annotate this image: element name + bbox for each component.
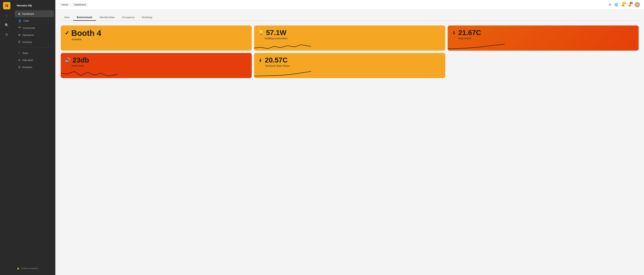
topbar: Home › Dashboard ⚙ 🌐 🔔 21 🔔 1 U	[55, 0, 644, 9]
tab-occupancy[interactable]: Occupancy	[118, 14, 138, 21]
sidebar-item-label: Operations	[22, 34, 34, 36]
sidebar-item-dashboard[interactable]: ⊞ Dashboard	[15, 10, 54, 17]
operations-icon: ⚙	[18, 33, 20, 36]
enquiries-icon: ☰	[18, 65, 20, 69]
sidebar-item-helpdesk[interactable]: ⊙ Help-desk	[15, 57, 54, 63]
sidebar-item-enquiries[interactable]: ☰ Enquiries	[15, 64, 54, 70]
sidebar-bottom: 🔒 Undock navigation	[14, 264, 55, 273]
card-temp-tech[interactable]: 🌡 20.57C Technical Team Room	[254, 53, 445, 78]
thermometer-icon: 🌡	[452, 30, 456, 35]
sidebar: Nexudus HQ ⊞ Dashboard 👤 CRM ❝❞ Communit…	[14, 0, 55, 275]
power-label: Building consumtion	[265, 37, 441, 40]
tab-memberships[interactable]: Memberships	[96, 14, 118, 21]
sidebar-item-label: Community	[23, 27, 35, 29]
card-noise[interactable]: 🔊 23db Noise level	[61, 53, 252, 78]
settings-icon[interactable]: ⚙	[4, 31, 10, 37]
lock-icon: 🔒	[17, 267, 20, 270]
noise-label: Noise level	[72, 64, 248, 67]
card-temp-tech-top: 🌡 20.57C	[258, 57, 441, 64]
noise-chart	[61, 68, 118, 78]
temp-main-label: Main Room	[458, 37, 634, 40]
breadcrumb: Home › Dashboard	[59, 3, 609, 7]
sidebar-title: Nexudus HQ	[14, 2, 55, 10]
speaker-icon: 🔊	[65, 57, 70, 63]
card-power[interactable]: 💡 57.1W Building consumtion	[254, 25, 445, 51]
breadcrumb-sep: ›	[70, 3, 72, 6]
tab-now[interactable]: Now	[61, 14, 73, 21]
temp-tech-chart	[254, 68, 311, 78]
temp-main-chart	[448, 40, 505, 51]
noise-value: 23db	[72, 57, 89, 64]
notifications-badge: 21	[622, 2, 626, 4]
temp-tech-value: 20.57C	[265, 57, 288, 64]
power-chart	[254, 40, 311, 51]
settings-topbar-icon[interactable]: ⚙	[609, 3, 612, 6]
main-area: Home › Dashboard ⚙ 🌐 🔔 21 🔔 1 U Now Envi…	[55, 0, 644, 275]
dashboard-icon: ⊞	[18, 12, 20, 15]
tab-bar: Now Environment Memberships Occupancy Bo…	[61, 14, 639, 21]
tasks-icon: ✓	[18, 51, 20, 55]
tab-environment[interactable]: Environment	[73, 14, 96, 21]
sidebar-item-inventory[interactable]: ☰ Inventory	[15, 38, 54, 45]
bulb-icon: 💡	[258, 30, 264, 35]
sidebar-item-community[interactable]: ❝❞ Community	[15, 24, 54, 31]
thermometer2-icon: 🌡	[258, 57, 263, 63]
globe-icon[interactable]: 🌐	[614, 3, 618, 6]
inventory-icon: ☰	[18, 40, 20, 43]
sidebar-item-operations[interactable]: ⚙ Operations	[15, 31, 54, 38]
card-noise-top: 🔊 23db	[65, 57, 248, 64]
add-icon[interactable]: ＋	[4, 13, 10, 19]
sidebar-item-tasks[interactable]: ✓ Tasks	[15, 50, 54, 56]
power-value: 57.1W	[266, 29, 286, 36]
community-icon: ❝❞	[18, 26, 21, 29]
crm-icon: 👤	[18, 19, 22, 22]
notifications-icon[interactable]: 🔔 21	[621, 3, 625, 6]
tab-bookings[interactable]: Bookings	[138, 14, 156, 21]
logo-bar: N ＋ 🔍 ⚙	[0, 0, 14, 275]
sidebar-divider	[17, 47, 52, 48]
topbar-icons: ⚙ 🌐 🔔 21 🔔 1 U	[609, 2, 640, 7]
card-booth-top: ✓ Booth 4	[65, 29, 248, 37]
breadcrumb-dashboard[interactable]: Dashboard	[72, 3, 88, 7]
undock-navigation[interactable]: 🔒 Undock navigation	[15, 266, 54, 271]
sidebar-item-label: Inventory	[22, 41, 32, 43]
card-temp-main-top: 🌡 21.67C	[452, 29, 634, 36]
user-avatar[interactable]: U	[634, 2, 640, 7]
card-power-top: 💡 57.1W	[258, 29, 441, 36]
booth-label: Available	[72, 38, 248, 41]
sidebar-item-label: Tasks	[22, 52, 28, 54]
search-icon[interactable]: 🔍	[4, 22, 10, 28]
app-logo[interactable]: N	[3, 2, 10, 9]
sidebar-item-label: CRM	[24, 19, 29, 22]
check-icon: ✓	[65, 30, 69, 36]
sidebar-item-label: Enquiries	[22, 66, 32, 68]
breadcrumb-home[interactable]: Home	[59, 3, 70, 7]
alerts-icon[interactable]: 🔔 1	[628, 3, 632, 6]
temp-tech-label: Technical Team Room	[265, 64, 441, 67]
sidebar-item-label: Dashboard	[22, 12, 34, 15]
helpdesk-icon: ⊙	[18, 58, 20, 62]
sidebar-item-crm[interactable]: 👤 CRM	[15, 17, 54, 24]
temp-main-value: 21.67C	[458, 29, 481, 36]
cards-grid: ✓ Booth 4 Available 💡 57.1W Building con…	[61, 25, 639, 78]
content-area: Now Environment Memberships Occupancy Bo…	[55, 9, 644, 275]
undock-label: Undock navigation	[21, 267, 39, 270]
card-temp-main[interactable]: 🌡 21.67C Main Room	[448, 25, 639, 51]
card-booth[interactable]: ✓ Booth 4 Available	[61, 25, 252, 51]
booth-value: Booth 4	[71, 29, 101, 37]
sidebar-item-label: Help-desk	[22, 59, 33, 61]
alerts-badge: 1	[630, 2, 633, 4]
sidebar-nav: ⊞ Dashboard 👤 CRM ❝❞ Community ⚙ Operati…	[14, 10, 55, 264]
